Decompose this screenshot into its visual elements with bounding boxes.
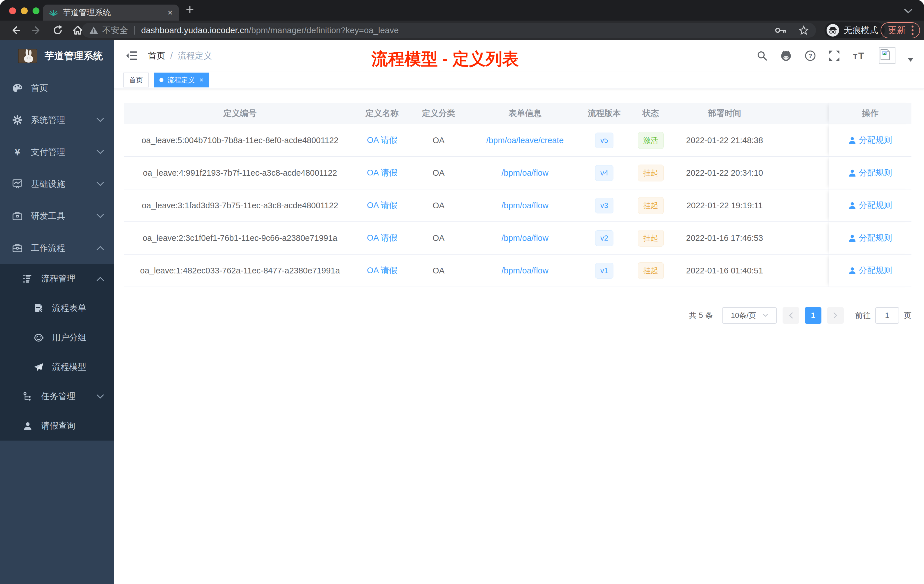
deploy-time: 2022-01-16 01:40:51: [674, 254, 775, 287]
definition-name-link[interactable]: OA 请假: [367, 168, 397, 177]
form-link[interactable]: /bpm/oa/flow: [502, 168, 548, 177]
form-link[interactable]: /bpm/oa/flow: [502, 266, 548, 275]
sidebar-item-process-model[interactable]: 流程模型: [0, 352, 114, 382]
definition-name-link[interactable]: OA 请假: [367, 135, 397, 145]
column-header: 部署时间: [674, 103, 775, 124]
column-header: 表单信息: [469, 103, 581, 124]
back-button[interactable]: [10, 25, 21, 36]
table-row: oa_leave:1:482ec033-762a-11ec-8477-a2380…: [124, 254, 911, 287]
column-header: 定义编号: [124, 103, 356, 124]
fullscreen-icon[interactable]: [828, 50, 840, 61]
security-label[interactable]: 不安全: [102, 25, 128, 36]
filler-cell: [775, 124, 829, 157]
filler-cell: [775, 254, 829, 287]
form-link[interactable]: /bpm/oa/flow: [502, 233, 548, 243]
page-content: 定义编号 定义名称 定义分类 表单信息 流程版本 状态 部署时间 操作: [114, 89, 924, 584]
filler-cell: [775, 222, 829, 254]
bookmark-star-icon[interactable]: [799, 25, 808, 35]
password-key-icon[interactable]: [775, 26, 786, 34]
form-link[interactable]: /bpm/oa/flow: [502, 201, 548, 210]
user-icon: [848, 169, 856, 177]
help-icon[interactable]: ?: [805, 50, 816, 61]
tab-search-chevron-icon[interactable]: [904, 8, 912, 14]
prev-page-button[interactable]: [782, 307, 799, 324]
definition-name-link[interactable]: OA 请假: [367, 201, 397, 210]
column-header: 状态: [627, 103, 674, 124]
column-header-filler: [775, 103, 829, 124]
browser-menu-dots-icon[interactable]: [911, 25, 914, 35]
definition-table: 定义编号 定义名称 定义分类 表单信息 流程版本 状态 部署时间 操作: [124, 103, 911, 287]
sidebar-collapse-button[interactable]: [126, 50, 138, 61]
assign-rule-label: 分配规则: [859, 200, 892, 211]
browser-tab[interactable]: 芋道管理系统 ×: [43, 5, 179, 21]
url-path: /bpm/manager/definition?key=oa_leave: [249, 25, 399, 35]
page-number-button[interactable]: 1: [805, 307, 822, 324]
github-icon[interactable]: [780, 50, 792, 61]
update-label: 更新: [888, 24, 906, 36]
sidebar-item-leave-query[interactable]: 请假查询: [0, 411, 114, 440]
font-size-icon[interactable]: T T: [853, 50, 866, 61]
sidebar-item-infrastructure[interactable]: 基础设施: [0, 168, 114, 200]
window-minimize-button[interactable]: [21, 7, 28, 14]
robot-icon: [34, 333, 43, 342]
sidebar-item-user-group[interactable]: 用户分组: [0, 323, 114, 352]
assign-rule-link[interactable]: 分配规则: [848, 135, 892, 146]
sidebar-item-label: 用户分组: [52, 332, 86, 343]
tag-close-icon[interactable]: ×: [200, 77, 203, 83]
incognito-profile-chip[interactable]: 无痕模式: [825, 22, 885, 38]
definition-id: oa_leave:4:991f2193-7b7f-11ec-a3c8-acde4…: [124, 157, 356, 189]
next-page-button[interactable]: [827, 307, 844, 324]
assign-rule-label: 分配规则: [859, 232, 892, 244]
sidebar-item-home[interactable]: 首页: [0, 72, 114, 104]
url-domain: dashboard.yudao.iocoder.cn: [141, 25, 249, 35]
window-close-button[interactable]: [9, 7, 16, 14]
sidebar-item-payment[interactable]: ¥ 支付管理: [0, 136, 114, 168]
user-icon: [848, 137, 856, 144]
assign-rule-link[interactable]: 分配规则: [848, 200, 892, 211]
tag-home[interactable]: 首页: [124, 73, 148, 87]
definition-category: OA: [409, 157, 469, 189]
sidebar-item-process-management[interactable]: 流程管理: [0, 264, 114, 294]
breadcrumb-current: 流程定义: [178, 50, 212, 62]
form-link[interactable]: /bpm/oa/leave/create: [486, 136, 564, 145]
chevron-up-icon: [97, 277, 104, 281]
user-avatar[interactable]: [879, 48, 896, 64]
page-size-select[interactable]: 10条/页: [722, 307, 777, 324]
assign-rule-link[interactable]: 分配规则: [848, 265, 892, 276]
forward-button[interactable]: [31, 25, 42, 36]
incognito-icon: [827, 24, 839, 36]
sidebar-item-label: 流程模型: [52, 361, 86, 373]
deploy-time: 2022-01-22 20:34:10: [674, 157, 775, 189]
avatar-caret-icon[interactable]: [908, 58, 913, 62]
breadcrumb-home-link[interactable]: 首页: [148, 50, 165, 62]
sidebar-item-process-form[interactable]: 流程表单: [0, 294, 114, 323]
assign-rule-link[interactable]: 分配规则: [848, 232, 892, 244]
column-header: 操作: [829, 103, 911, 124]
definition-name-link[interactable]: OA 请假: [367, 266, 397, 275]
yen-icon: ¥: [13, 147, 22, 158]
assign-rule-link[interactable]: 分配规则: [848, 167, 892, 178]
goto-page-input[interactable]: 1: [875, 307, 899, 324]
reload-button[interactable]: [52, 25, 63, 36]
page-size-value: 10条/页: [731, 310, 756, 320]
sidebar-item-workflow[interactable]: 工作流程: [0, 232, 114, 264]
sidebar-item-label: 研发工具: [31, 210, 65, 222]
version-tag: v1: [595, 263, 614, 279]
tag-process-definition[interactable]: 流程定义 ×: [154, 73, 209, 87]
version-tag: v4: [595, 165, 614, 181]
table-row: oa_leave:4:991f2193-7b7f-11ec-a3c8-acde4…: [124, 157, 911, 189]
search-icon[interactable]: [757, 50, 767, 61]
user-icon: [23, 422, 33, 430]
status-badge: 挂起: [638, 262, 664, 279]
table-row: oa_leave:5:004b710b-7b8a-11ec-8ef0-acde4…: [124, 124, 911, 157]
window-zoom-button[interactable]: [33, 7, 40, 14]
url-bar[interactable]: 不安全 dashboard.yudao.iocoder.cn/bpm/manag…: [82, 23, 816, 38]
sidebar-item-system[interactable]: 系统管理: [0, 104, 114, 136]
new-tab-button[interactable]: +: [186, 2, 194, 16]
assign-rule-label: 分配规则: [859, 135, 892, 146]
sidebar-item-task-management[interactable]: 任务管理: [0, 382, 114, 411]
update-button[interactable]: 更新: [881, 22, 920, 38]
tab-close-icon[interactable]: ×: [167, 8, 173, 17]
definition-name-link[interactable]: OA 请假: [367, 233, 397, 242]
sidebar-item-dev-tools[interactable]: 研发工具: [0, 200, 114, 232]
